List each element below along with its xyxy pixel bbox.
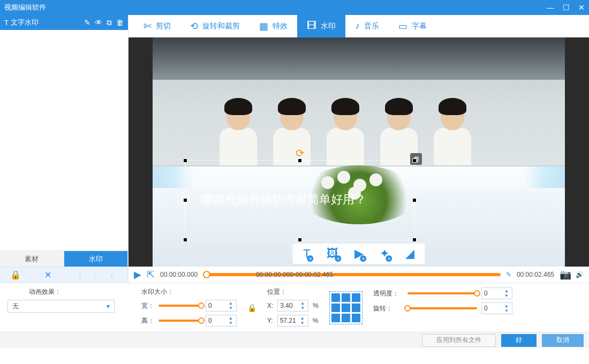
minimize-button[interactable]: — — [547, 3, 554, 12]
pencil-icon: ✎ — [506, 271, 511, 278]
watermark-icon: 🎞 — [307, 20, 316, 32]
add-video-icon[interactable]: ▶+ — [354, 247, 364, 261]
cancel-button[interactable]: 取消 — [542, 334, 584, 347]
animation-dropdown[interactable]: 无 ▾ — [7, 300, 115, 313]
sidebar-tab-watermark[interactable]: 水印 — [64, 251, 129, 267]
lock-icon[interactable]: 🔒 — [0, 267, 32, 283]
window-buttons: — ☐ ✕ — [547, 3, 585, 12]
sidebar-body — [0, 30, 128, 251]
y-label: Y: — [267, 317, 273, 324]
position-grid[interactable] — [329, 291, 363, 324]
tab-subtitle[interactable]: ▭字幕 — [389, 15, 436, 37]
footer: 应用到所有文件 好 取消 — [0, 332, 589, 348]
snapshot-icon[interactable]: 📷 — [560, 269, 571, 280]
music-icon: ♪ — [355, 20, 360, 32]
content-area: ✄剪切 ⟲旋转和裁剪 ▦特效 🎞水印 ♪音乐 ▭字幕 — [129, 15, 589, 283]
width-input[interactable]: 0▲▼ — [206, 300, 237, 312]
animation-label: 动画效果： — [29, 287, 131, 297]
scissors-icon: ✄ — [144, 20, 152, 32]
maximize-button[interactable]: ☐ — [563, 3, 570, 12]
watermark-selection-box[interactable]: ⟳ 🗑 哪款视频剪辑软件最简单好用？ — [185, 160, 415, 240]
timeline-start: 00:00:00.000 — [160, 271, 198, 278]
remove-icon[interactable]: ✕ — [32, 267, 64, 283]
overlay-toolbar: T+ 🖼+ ▶+ ✦+ ◢ — [292, 244, 425, 264]
move-up-icon[interactable]: ↑ — [64, 267, 96, 283]
rotate-label: 旋转： — [373, 304, 403, 313]
size-label: 水印大小： — [141, 287, 237, 297]
delete-icon[interactable]: 🗑 — [116, 18, 124, 27]
move-down-icon[interactable]: ↓ — [96, 267, 128, 283]
tab-watermark[interactable]: 🎞水印 — [297, 15, 345, 37]
rotate-input[interactable]: 0▲▼ — [481, 302, 512, 314]
export-icon[interactable]: ⇱ — [147, 269, 155, 280]
close-button[interactable]: ✕ — [578, 3, 585, 12]
volume-icon[interactable]: 🔊 — [576, 271, 584, 278]
edit-icon[interactable]: ✎ — [84, 18, 90, 27]
sidebar-actions: 🔒 ✕ ↑ ↓ — [0, 267, 128, 283]
sidebar-tabs: 素材 水印 — [0, 251, 128, 267]
titlebar: 视频编辑软件 — ☐ ✕ — [0, 0, 589, 15]
rotate-handle-icon[interactable]: ⟳ — [296, 147, 305, 160]
text-icon: T — [4, 19, 9, 27]
opacity-slider[interactable] — [407, 292, 477, 294]
effects-icon: ▦ — [259, 20, 268, 32]
crop-icon: ⟲ — [190, 20, 198, 32]
add-image-icon[interactable]: 🖼+ — [327, 247, 338, 261]
eye-icon[interactable]: 👁 — [95, 18, 102, 27]
ok-button[interactable]: 好 — [501, 334, 537, 347]
opacity-input[interactable]: 0▲▼ — [481, 287, 512, 299]
width-label: 宽： — [141, 301, 154, 310]
timeline: ▶ ⇱ 00:00:00.000 ✎ 00:00:00.000-00:00:02… — [129, 267, 589, 283]
height-slider[interactable] — [158, 320, 201, 322]
timeline-track[interactable] — [203, 273, 501, 276]
apply-all-button[interactable]: 应用到所有文件 — [422, 334, 496, 347]
tab-music[interactable]: ♪音乐 — [345, 15, 389, 37]
sidebar-title: 文字水印 — [11, 18, 39, 27]
x-input[interactable]: 3.40▲▼ — [277, 300, 308, 312]
sidebar: T 文字水印 ✎ 👁 ⧉ 🗑 素材 水印 🔒 ✕ ↑ ↓ — [0, 15, 129, 283]
position-label: 位置： — [267, 287, 319, 297]
main-tabs: ✄剪切 ⟲旋转和裁剪 ▦特效 🎞水印 ♪音乐 ▭字幕 — [129, 15, 589, 37]
chevron-down-icon: ▾ — [107, 302, 110, 310]
timeline-range: 00:00:00.000-00:00:02.465 — [256, 271, 333, 278]
opacity-label: 透明度： — [373, 289, 403, 298]
add-text-icon[interactable]: T+ — [303, 247, 310, 261]
app-title: 视频编辑软件 — [4, 3, 547, 12]
height-input[interactable]: 0▲▼ — [206, 315, 237, 327]
timeline-end: 00:00:02.465 — [517, 271, 554, 278]
video-preview[interactable]: ⟳ 🗑 哪款视频剪辑软件最简单好用？ T+ 🖼+ ▶+ ✦+ — [129, 37, 589, 267]
eraser-icon[interactable]: ◢ — [405, 247, 414, 261]
tab-effects[interactable]: ▦特效 — [250, 15, 297, 37]
y-input[interactable]: 57.21▲▼ — [277, 315, 308, 327]
x-label: X: — [267, 302, 273, 309]
subtitle-icon: ▭ — [398, 20, 407, 32]
controls-panel: 动画效果： 无 ▾ 水印大小： 宽： 0▲▼ 高： 0▲▼ 🔒 位置： X: 3… — [0, 283, 589, 332]
add-shape-icon[interactable]: ✦+ — [380, 247, 389, 261]
sidebar-header: T 文字水印 ✎ 👁 ⧉ 🗑 — [0, 15, 128, 30]
tab-cut[interactable]: ✄剪切 — [134, 15, 180, 37]
timeline-knob[interactable] — [203, 271, 210, 278]
link-lock-icon[interactable]: 🔒 — [247, 304, 256, 312]
height-label: 高： — [141, 316, 154, 325]
rotate-slider[interactable] — [407, 307, 477, 309]
tab-rotate-crop[interactable]: ⟲旋转和裁剪 — [180, 15, 250, 37]
copy-icon[interactable]: ⧉ — [107, 18, 112, 27]
sidebar-tab-material[interactable]: 素材 — [0, 251, 64, 267]
watermark-text[interactable]: 哪款视频剪辑软件最简单好用？ — [201, 192, 366, 208]
play-button[interactable]: ▶ — [134, 269, 141, 280]
width-slider[interactable] — [158, 305, 201, 307]
video-frame: ⟳ 🗑 哪款视频剪辑软件最简单好用？ T+ 🖼+ ▶+ ✦+ — [153, 37, 565, 267]
